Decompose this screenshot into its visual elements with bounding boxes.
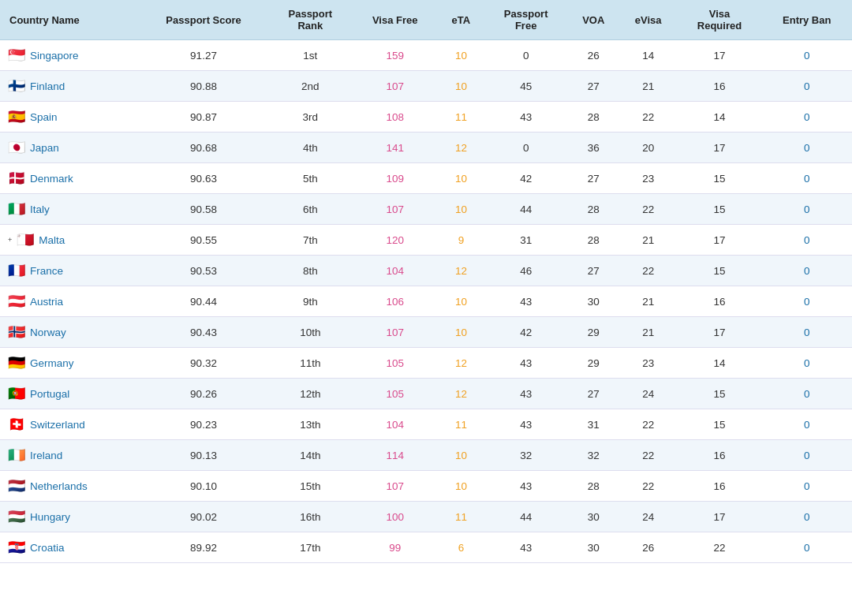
entry-ban-cell: 0 bbox=[761, 317, 852, 348]
passport-free-cell: 44 bbox=[484, 502, 568, 532]
score-cell: 90.87 bbox=[139, 102, 269, 133]
passport-free-cell: 45 bbox=[484, 71, 568, 102]
country-link[interactable]: Hungary bbox=[30, 511, 70, 523]
country-link[interactable]: Austria bbox=[30, 296, 63, 308]
country-link[interactable]: Malta bbox=[39, 234, 65, 246]
country-cell-france: 🇫🇷France bbox=[0, 256, 139, 286]
country-link[interactable]: Germany bbox=[30, 357, 74, 369]
rank-cell: 6th bbox=[268, 194, 352, 225]
visa-free-cell: 104 bbox=[352, 409, 438, 440]
visa-required-cell: 17 bbox=[678, 133, 762, 163]
entry-ban-cell: 0 bbox=[761, 409, 852, 440]
country-link[interactable]: Switzerland bbox=[30, 419, 85, 431]
country-link[interactable]: Portugal bbox=[30, 388, 69, 400]
voa-cell: 28 bbox=[568, 471, 619, 502]
col-visa-free: Visa Free bbox=[352, 0, 438, 40]
visa-required-cell: 16 bbox=[678, 71, 762, 102]
entry-ban-cell: 0 bbox=[761, 440, 852, 471]
entry-ban-cell: 0 bbox=[761, 532, 852, 563]
table-row: 🇮🇪Ireland90.1314th11410323222160 bbox=[0, 440, 852, 471]
table-row: 🇸🇬Singapore91.271st1591002614170 bbox=[0, 40, 852, 71]
score-cell: 90.32 bbox=[139, 348, 269, 379]
country-link[interactable]: France bbox=[30, 265, 63, 277]
voa-cell: 27 bbox=[568, 71, 619, 102]
eta-cell: 12 bbox=[438, 379, 484, 409]
country-link[interactable]: Japan bbox=[30, 142, 59, 154]
flag-icon: 🇮🇪 bbox=[8, 448, 25, 462]
visa-required-cell: 17 bbox=[678, 40, 762, 71]
col-evisa: eVisa bbox=[619, 0, 678, 40]
country-cell-portugal: 🇵🇹Portugal bbox=[0, 379, 139, 409]
passport-free-cell: 43 bbox=[484, 409, 568, 440]
visa-required-cell: 15 bbox=[678, 409, 762, 440]
evisa-cell: 22 bbox=[619, 194, 678, 225]
eta-cell: 12 bbox=[438, 256, 484, 286]
passport-free-cell: 43 bbox=[484, 471, 568, 502]
visa-required-cell: 15 bbox=[678, 379, 762, 409]
country-link[interactable]: Ireland bbox=[30, 450, 62, 461]
flag-icon: 🇫🇮 bbox=[8, 79, 25, 93]
country-link[interactable]: Norway bbox=[30, 327, 66, 338]
visa-required-cell: 16 bbox=[678, 471, 762, 502]
visa-required-cell: 22 bbox=[678, 532, 762, 563]
country-link[interactable]: Denmark bbox=[30, 173, 73, 185]
score-cell: 90.55 bbox=[139, 225, 269, 256]
col-eta: eTA bbox=[438, 0, 484, 40]
visa-free-cell: 106 bbox=[352, 286, 438, 317]
table-header: Country Name Passport Score PassportRank… bbox=[0, 0, 852, 40]
table-row: 🇵🇹Portugal90.2612th10512432724150 bbox=[0, 379, 852, 409]
entry-ban-cell: 0 bbox=[761, 348, 852, 379]
table-row: 🇳🇴Norway90.4310th10710422921170 bbox=[0, 317, 852, 348]
col-visa-required: VisaRequired bbox=[678, 0, 762, 40]
rank-cell: 5th bbox=[268, 163, 352, 194]
country-cell-netherlands: 🇳🇱Netherlands bbox=[0, 471, 139, 502]
voa-cell: 30 bbox=[568, 286, 619, 317]
col-country: Country Name bbox=[0, 0, 139, 40]
score-cell: 90.58 bbox=[139, 194, 269, 225]
eta-cell: 10 bbox=[438, 440, 484, 471]
score-cell: 90.10 bbox=[139, 471, 269, 502]
rank-cell: 3rd bbox=[268, 102, 352, 133]
voa-cell: 30 bbox=[568, 532, 619, 563]
country-link[interactable]: Finland bbox=[30, 80, 65, 92]
score-cell: 91.27 bbox=[139, 40, 269, 71]
country-cell-denmark: 🇩🇰Denmark bbox=[0, 163, 139, 194]
evisa-cell: 21 bbox=[619, 225, 678, 256]
country-link[interactable]: Singapore bbox=[30, 50, 79, 62]
passport-free-cell: 0 bbox=[484, 133, 568, 163]
country-link[interactable]: Netherlands bbox=[30, 480, 88, 492]
voa-cell: 30 bbox=[568, 502, 619, 532]
flag-icon: 🇮🇹 bbox=[8, 202, 25, 216]
evisa-cell: 21 bbox=[619, 71, 678, 102]
country-link[interactable]: Croatia bbox=[30, 542, 65, 554]
country-link[interactable]: Spain bbox=[30, 111, 58, 123]
voa-cell: 31 bbox=[568, 409, 619, 440]
eta-cell: 10 bbox=[438, 471, 484, 502]
evisa-cell: 24 bbox=[619, 502, 678, 532]
passport-free-cell: 43 bbox=[484, 286, 568, 317]
table-row: 🇪🇸Spain90.873rd10811432822140 bbox=[0, 102, 852, 133]
voa-cell: 27 bbox=[568, 256, 619, 286]
visa-required-cell: 15 bbox=[678, 256, 762, 286]
score-cell: 90.43 bbox=[139, 317, 269, 348]
country-link[interactable]: Italy bbox=[30, 203, 50, 215]
visa-free-cell: 107 bbox=[352, 71, 438, 102]
visa-required-cell: 14 bbox=[678, 348, 762, 379]
score-cell: 90.88 bbox=[139, 71, 269, 102]
score-cell: 90.44 bbox=[139, 286, 269, 317]
score-cell: 90.63 bbox=[139, 163, 269, 194]
voa-cell: 26 bbox=[568, 40, 619, 71]
passport-index-table: Country Name Passport Score PassportRank… bbox=[0, 0, 852, 563]
visa-free-cell: 99 bbox=[352, 532, 438, 563]
voa-cell: 29 bbox=[568, 317, 619, 348]
evisa-cell: 21 bbox=[619, 317, 678, 348]
rank-cell: 8th bbox=[268, 256, 352, 286]
flag-icon: 🇦🇹 bbox=[8, 294, 25, 308]
entry-ban-cell: 0 bbox=[761, 225, 852, 256]
score-cell: 89.92 bbox=[139, 532, 269, 563]
rank-cell: 16th bbox=[268, 502, 352, 532]
table-row: 🇫🇷France90.538th10412462722150 bbox=[0, 256, 852, 286]
table-row: 🇩🇪Germany90.3211th10512432923140 bbox=[0, 348, 852, 379]
eta-cell: 10 bbox=[438, 286, 484, 317]
country-cell-singapore: 🇸🇬Singapore bbox=[0, 40, 139, 71]
